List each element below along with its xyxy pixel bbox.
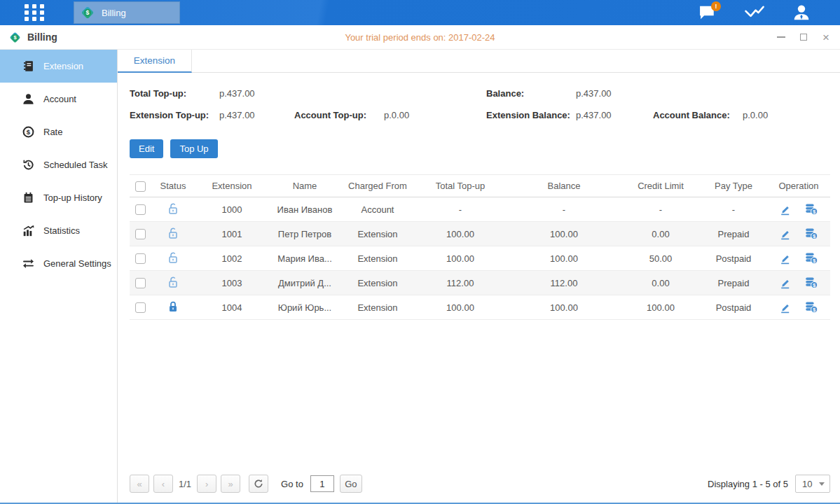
column-extension: Extension: [195, 175, 268, 197]
cell-extension: 1000: [195, 197, 268, 222]
sidebar-item-extension[interactable]: Extension: [0, 50, 117, 83]
top-up-row-icon[interactable]: $: [805, 302, 818, 313]
sidebar-item-account[interactable]: Account: [0, 83, 117, 115]
sidebar-item-label: Rate: [43, 127, 62, 137]
general-settings-sliders-icon: [22, 258, 34, 270]
cell-name: Петр Петров: [268, 222, 341, 246]
cell-credit-limit: 0.00: [621, 222, 700, 246]
notifications-icon[interactable]: !: [696, 4, 719, 22]
user-account-icon[interactable]: [790, 4, 813, 22]
row-checkbox[interactable]: [135, 253, 146, 264]
sidebar-item-general-settings[interactable]: General Settings: [0, 247, 117, 280]
page-size-select[interactable]: 10: [795, 475, 830, 493]
maximize-button[interactable]: [798, 31, 809, 43]
cell-total-topup: -: [414, 197, 507, 222]
first-page-button[interactable]: «: [130, 475, 149, 493]
cell-extension: 1004: [195, 295, 268, 320]
sidebar-item-rate[interactable]: $ Rate: [0, 115, 117, 148]
displaying-count: Displaying 1 - 5 of 5: [708, 479, 788, 489]
top-up-row-icon[interactable]: $: [805, 277, 818, 288]
edit-row-icon[interactable]: [780, 228, 791, 240]
minimize-button[interactable]: [776, 31, 787, 43]
edit-row-icon[interactable]: [780, 253, 791, 265]
cell-pay-type: Prepaid: [700, 222, 767, 246]
column-pay-type: Pay Type: [700, 175, 767, 197]
sidebar-item-topup-history[interactable]: Top-up History: [0, 181, 117, 214]
tab-extension[interactable]: Extension: [118, 50, 192, 73]
total-topup-label: Total Top-up:: [130, 88, 219, 99]
account-balance-label: Account Balance:: [653, 110, 743, 120]
sidebar-item-scheduled-task[interactable]: Scheduled Task: [0, 148, 117, 181]
last-page-button[interactable]: »: [221, 475, 240, 493]
rate-dollar-icon: $: [22, 126, 34, 138]
pagination-bar: « ‹ 1/1 › » Go to Go Display: [130, 472, 830, 503]
billing-app-icon: $: [80, 5, 95, 20]
status-unlocked-icon: [167, 202, 179, 215]
edit-row-icon[interactable]: [780, 277, 791, 289]
reports-chart-icon[interactable]: [743, 4, 766, 22]
cell-balance: 112.00: [507, 271, 621, 295]
sidebar-item-statistics[interactable]: Statistics: [0, 214, 117, 247]
refresh-button[interactable]: [249, 475, 268, 493]
row-checkbox[interactable]: [135, 204, 146, 215]
sidebar-item-label: Account: [43, 94, 76, 104]
svg-text:$: $: [27, 128, 31, 136]
edit-row-icon[interactable]: [780, 302, 791, 314]
extension-table-body: 1000 Иван Иванов Account - - - -: [130, 197, 830, 320]
statistics-chart-icon: [22, 225, 34, 237]
column-credit-limit: Credit Limit: [621, 175, 700, 197]
app-launcher-grid-icon[interactable]: [25, 4, 44, 21]
table-row: 1004 Юрий Юрь... Extension 100.00 100.00…: [130, 295, 830, 320]
row-checkbox[interactable]: [135, 278, 146, 288]
top-up-row-icon[interactable]: $: [805, 228, 818, 239]
topup-history-ledger-icon: [22, 192, 34, 204]
status-unlocked-icon: [167, 276, 179, 288]
cell-balance: 100.00: [507, 246, 621, 271]
cell-pay-type: Postpaid: [700, 295, 767, 320]
next-page-button[interactable]: ›: [197, 475, 216, 493]
row-checkbox[interactable]: [135, 229, 146, 239]
sidebar-item-label: Extension: [43, 61, 83, 71]
column-balance: Balance: [507, 175, 621, 197]
account-topup-label: Account Top-up:: [294, 110, 384, 120]
cell-balance: 100.00: [507, 222, 621, 246]
taskbar-billing-item[interactable]: $ Billing: [74, 1, 180, 24]
top-up-button[interactable]: Top Up: [170, 139, 217, 158]
cell-extension: 1001: [195, 222, 268, 246]
cell-credit-limit: 0.00: [621, 271, 700, 295]
select-all-checkbox[interactable]: [135, 181, 146, 192]
row-checkbox[interactable]: [135, 302, 146, 313]
cell-name: Иван Иванов: [268, 197, 341, 222]
edit-row-icon[interactable]: [780, 204, 791, 216]
column-status: Status: [151, 175, 195, 197]
prev-page-button[interactable]: ‹: [153, 475, 173, 493]
sidebar-item-label: General Settings: [43, 258, 111, 269]
cell-pay-type: -: [700, 197, 767, 222]
cell-total-topup: 112.00: [414, 271, 507, 295]
sidebar-nav: Extension Account $ Rate: [0, 50, 118, 503]
app-window: $ Billing !: [0, 0, 840, 504]
top-up-row-icon[interactable]: $: [805, 204, 818, 215]
edit-button[interactable]: Edit: [130, 139, 163, 158]
column-total-topup: Total Top-up: [414, 175, 507, 197]
go-button[interactable]: Go: [340, 475, 362, 493]
balance-label: Balance:: [486, 88, 576, 99]
goto-page-input[interactable]: [310, 475, 334, 492]
extension-topup-label: Extension Top-up:: [130, 110, 219, 120]
cell-total-topup: 100.00: [414, 295, 507, 320]
cell-credit-limit: 100.00: [621, 295, 700, 320]
column-charged-from: Charged From: [341, 175, 414, 197]
svg-text:$: $: [86, 9, 90, 16]
status-unlocked-icon: [167, 227, 179, 239]
cell-charged-from: Extension: [341, 271, 414, 295]
svg-text:$: $: [813, 234, 815, 239]
cell-balance: 100.00: [507, 295, 621, 320]
cell-charged-from: Account: [341, 197, 414, 222]
close-button[interactable]: ×: [820, 31, 832, 43]
status-unlocked-icon: [167, 251, 179, 264]
page-size-value: 10: [802, 479, 812, 489]
cell-total-topup: 100.00: [414, 246, 507, 271]
extension-balance-label: Extension Balance:: [486, 110, 576, 120]
cell-name: Мария Ива...: [268, 246, 341, 271]
top-up-row-icon[interactable]: $: [805, 253, 818, 264]
